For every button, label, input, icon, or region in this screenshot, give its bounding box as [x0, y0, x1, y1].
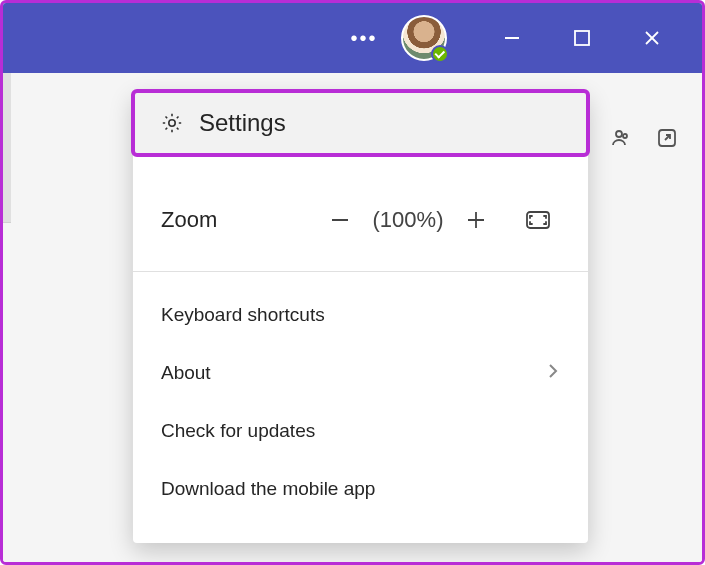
svg-point-5: [623, 134, 627, 138]
keyboard-shortcuts-item[interactable]: Keyboard shortcuts: [133, 286, 588, 344]
maximize-button[interactable]: [552, 13, 612, 63]
check-for-updates-item[interactable]: Check for updates: [133, 402, 588, 460]
download-mobile-app-label: Download the mobile app: [161, 478, 375, 500]
about-item[interactable]: About: [133, 344, 588, 402]
settings-label: Settings: [199, 109, 286, 137]
keyboard-shortcuts-label: Keyboard shortcuts: [161, 304, 325, 326]
svg-point-4: [616, 131, 622, 137]
minimize-button[interactable]: [482, 13, 542, 63]
zoom-out-button[interactable]: [318, 198, 362, 242]
menu-divider: [133, 271, 588, 272]
zoom-in-button[interactable]: [454, 198, 498, 242]
svg-rect-1: [575, 31, 589, 45]
left-rail-fragment: [3, 73, 11, 223]
svg-point-7: [169, 120, 175, 126]
download-mobile-app-item[interactable]: Download the mobile app: [133, 460, 588, 518]
presence-available-icon: [431, 45, 449, 63]
chevron-right-icon: [546, 361, 560, 386]
profile-avatar-button[interactable]: [401, 15, 447, 61]
settings-menu: Settings Zoom (100%) Keyboard shortcuts: [133, 91, 588, 543]
svg-rect-11: [527, 212, 549, 228]
gear-icon: [159, 110, 185, 136]
meet-now-icon[interactable]: [604, 123, 634, 153]
popout-icon[interactable]: [652, 123, 682, 153]
check-for-updates-label: Check for updates: [161, 420, 315, 442]
content-area: Settings Zoom (100%) Keyboard shortcuts: [3, 73, 702, 562]
fullscreen-button[interactable]: [516, 198, 560, 242]
header-actions: [604, 123, 682, 153]
zoom-value: (100%): [368, 207, 448, 233]
settings-menu-item[interactable]: Settings: [131, 89, 590, 157]
zoom-row: Zoom (100%): [133, 175, 588, 265]
title-bar: •••: [3, 3, 702, 73]
zoom-label: Zoom: [161, 207, 217, 233]
about-label: About: [161, 362, 211, 384]
close-button[interactable]: [622, 13, 682, 63]
more-options-button[interactable]: •••: [339, 13, 389, 63]
